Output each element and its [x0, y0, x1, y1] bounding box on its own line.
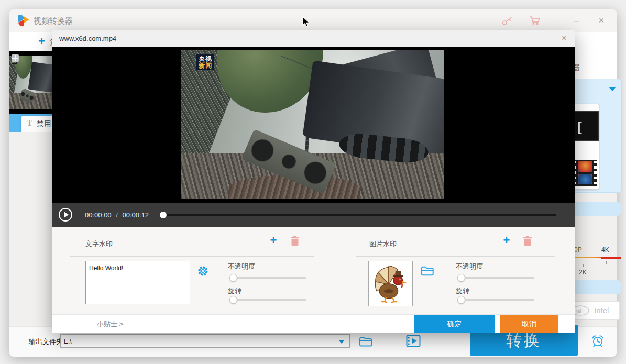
text-tool-icon: T — [27, 118, 32, 128]
image-opacity-slider[interactable] — [458, 277, 534, 279]
time-total: 00:00:12 — [122, 211, 149, 219]
tips-link[interactable]: 小贴士 > — [97, 315, 123, 333]
dialog-titlebar: www.x6d.com.mp4 × — [52, 30, 575, 47]
dialog-close-button[interactable]: × — [557, 30, 572, 47]
text-opacity-slider[interactable] — [230, 277, 306, 279]
cctv-news-badge: 央视 新闻 — [196, 54, 214, 70]
minimize-button[interactable]: – — [566, 9, 587, 32]
image-rotate-handle[interactable] — [457, 296, 465, 304]
combo-dropdown-arrow-icon[interactable] — [338, 340, 345, 344]
video-frame: 央视 新闻 — [181, 50, 444, 199]
intel-acceleration-badge[interactable]: tel Intel — [568, 301, 620, 320]
thumbnail-scene: 央视 新闻 — [9, 56, 52, 109]
schedule-alarm-icon[interactable] — [591, 334, 605, 348]
video-preview-area: 央视 新闻 — [52, 47, 575, 203]
dialog-footer: 小贴士 > 确定 取消 — [52, 314, 575, 333]
watermark-image-preview[interactable] — [368, 261, 413, 306]
app-logo-icon — [16, 14, 30, 28]
filmstrip-frame — [578, 174, 592, 184]
resolution-tick — [606, 261, 607, 264]
text-rotate-slider[interactable] — [230, 299, 306, 301]
scene-layer — [28, 62, 52, 93]
time-separator: / — [113, 211, 120, 219]
app-titlebar: 视频转换器 – × — [9, 9, 617, 33]
add-files-plus-icon[interactable]: + — [38, 35, 45, 48]
register-key-icon[interactable] — [502, 16, 513, 26]
quality-option-bar[interactable] — [568, 202, 621, 216]
mouse-cursor — [302, 16, 311, 28]
text-settings-gear-icon[interactable] — [197, 265, 209, 277]
image-rotate-slider[interactable] — [458, 299, 534, 301]
format-dropdown-arrow-icon[interactable] — [609, 87, 616, 91]
section-divider — [70, 256, 314, 257]
add-text-watermark-button[interactable]: + — [267, 234, 280, 247]
image-rotate-label: 旋转 — [456, 286, 469, 296]
watermark-dialog: www.x6d.com.mp4 × 央视 新闻 — [52, 30, 575, 333]
desktop: 视频转换器 – × + 添 — [0, 0, 626, 364]
screen-bracket: [ — [577, 119, 582, 135]
seek-bar[interactable] — [162, 214, 556, 216]
delete-text-watermark-icon[interactable] — [290, 235, 300, 247]
text-rotate-label: 旋转 — [228, 286, 241, 296]
app-title: 视频转换器 — [34, 9, 73, 32]
delete-image-watermark-icon[interactable] — [522, 235, 533, 247]
titlebar-separator — [564, 15, 564, 27]
intel-label: Intel — [594, 306, 609, 315]
image-watermark-title: 图片水印 — [369, 239, 397, 249]
time-current: 00:00:00 — [85, 211, 112, 219]
browse-image-folder-icon[interactable] — [421, 266, 434, 277]
output-folder-input[interactable] — [61, 335, 339, 348]
svg-text:tel: tel — [576, 308, 581, 314]
format-screen-thumb: [ — [574, 111, 599, 141]
filmstrip-holes — [594, 161, 597, 185]
resolution-slider-hot — [601, 257, 621, 259]
filmstrip-frame — [578, 161, 592, 172]
play-button[interactable] — [59, 208, 72, 222]
turkey-clipart — [369, 261, 411, 305]
file-thumbnail[interactable]: 央视 新闻 — [9, 51, 52, 114]
cancel-button[interactable]: 取消 — [500, 315, 558, 333]
shopping-cart-icon[interactable] — [529, 16, 542, 26]
format-preview-card: [ — [571, 104, 599, 190]
resolution-mid-label: 2K — [579, 269, 587, 276]
text-opacity-label: 不透明度 — [228, 262, 255, 271]
quality-option-bar[interactable] — [568, 280, 621, 294]
grid-handle-icon[interactable] — [12, 54, 19, 62]
resolution-tick — [583, 264, 584, 267]
watermark-text-input[interactable]: Hello World! — [85, 261, 190, 304]
seek-handle[interactable] — [160, 212, 167, 218]
dialog-title: www.x6d.com.mp4 — [59, 30, 116, 47]
image-opacity-label: 不透明度 — [456, 262, 483, 271]
open-folder-icon[interactable] — [359, 336, 373, 347]
preview-player-icon[interactable] — [406, 335, 421, 347]
text-opacity-handle[interactable] — [229, 274, 237, 282]
time-display: 00:00:00 / 00:00:12 — [85, 203, 149, 227]
watermark-settings: 文字水印 + Hello World! 不透明度 旋转 图片水印 + — [52, 227, 575, 314]
tab-label: 禁用 — [37, 119, 51, 129]
image-opacity-handle[interactable] — [457, 274, 465, 282]
section-divider — [356, 256, 555, 257]
add-image-watermark-button[interactable]: + — [500, 234, 513, 247]
resolution-left-label: 0P — [574, 246, 582, 253]
player-bar: 00:00:00 / 00:00:12 — [52, 203, 575, 227]
filmstrip-icon — [573, 160, 597, 186]
ok-button[interactable]: 确定 — [414, 315, 495, 333]
close-button[interactable]: × — [591, 9, 612, 32]
output-folder-combo[interactable] — [60, 334, 350, 348]
text-rotate-handle[interactable] — [229, 296, 237, 304]
resolution-right-label: 4K — [601, 246, 609, 253]
text-watermark-title: 文字水印 — [85, 239, 113, 249]
